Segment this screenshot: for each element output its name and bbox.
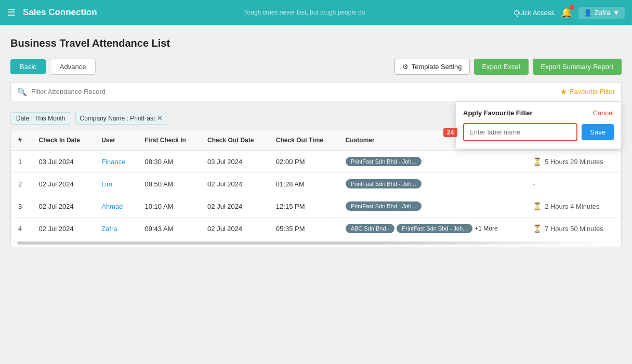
table-row: 202 Jul 2024Lim08:50 AM02 Jul 202401:28 … [11, 173, 621, 195]
cell-check-out-date: 02 Jul 2024 [200, 195, 269, 218]
search-input[interactable] [31, 88, 556, 96]
cell-check-in-date: 02 Jul 2024 [32, 173, 95, 195]
quick-access-button[interactable]: Quick Access [514, 9, 555, 17]
fav-label-input[interactable] [463, 123, 577, 141]
cell-duration: - [525, 173, 621, 195]
main-content: Business Travel Attendance List Basic Ad… [0, 25, 632, 260]
col-num: # [11, 130, 32, 151]
app-title: Sales Connection [23, 7, 97, 18]
fav-save-button[interactable]: Save [582, 124, 614, 140]
cell-duration: ⏳5 Hours 29 Minutes [525, 151, 621, 173]
user-menu-button[interactable]: 👤 Zafra ▼ [578, 7, 625, 19]
gear-icon: ⚙ [402, 63, 409, 71]
template-setting-label: Template Setting [412, 63, 462, 71]
cell-customers: ABC Sdn Bhd -PrintFast Sdn Bhd - Joh...+… [338, 218, 525, 240]
bell-container: 🔔 [561, 7, 572, 18]
cell-user[interactable]: Finance [94, 151, 137, 173]
customer-badge[interactable]: PrintFast Sdn Bhd - Joh... [346, 179, 422, 188]
cell-user[interactable]: Ahmad [94, 195, 137, 218]
toolbar: Basic Advance ⚙ Template Setting Export … [10, 59, 622, 75]
cell-first-check-in: 08:50 AM [138, 173, 201, 195]
cell-num: 1 [11, 151, 32, 173]
nav-right: Quick Access 🔔 👤 Zafra ▼ [514, 7, 625, 19]
fav-popup-title: Apply Favourite Filter [463, 109, 533, 117]
fav-filter-popup: Apply Favourite Filter Cancel 24 Save [455, 101, 622, 149]
fav-popup-cancel-button[interactable]: Cancel [593, 109, 614, 117]
tab-advance[interactable]: Advance [50, 59, 96, 75]
company-filter-label: Company Name : PrintFast [80, 115, 155, 122]
col-check-in-date: Check In Date [32, 130, 95, 151]
cell-check-out-time: 05:35 PM [269, 218, 338, 240]
template-setting-button[interactable]: ⚙ Template Setting [394, 59, 470, 75]
scroll-hint [17, 241, 615, 245]
search-icon: 🔍 [17, 87, 27, 97]
fav-input-row: 24 Save [463, 123, 614, 141]
clock-icon: ⏳ [533, 224, 542, 233]
customer-badge[interactable]: ABC Sdn Bhd - [346, 224, 395, 233]
cell-check-out-time: 02:00 PM [269, 151, 338, 173]
user-name: Zafra [595, 9, 610, 17]
user-icon: 👤 [584, 9, 592, 17]
cell-user[interactable]: Zafra [94, 218, 137, 240]
clock-icon: ⏳ [533, 202, 542, 210]
cell-customers: PrintFast Sdn Bhd - Joh... [338, 173, 525, 195]
col-check-out-time: Check Out Time [269, 130, 338, 151]
fav-popup-header: Apply Favourite Filter Cancel [463, 109, 614, 117]
cell-first-check-in: 10:10 AM [138, 195, 201, 218]
table-row: 302 Jul 2024Ahmad10:10 AM02 Jul 202412:1… [11, 195, 621, 218]
date-filter-tag[interactable]: Date : This Month [10, 112, 71, 125]
hamburger-icon[interactable]: ☰ [7, 7, 16, 18]
search-bar: 🔍 ★ Favourite Filter [10, 82, 622, 101]
table-row: 103 Jul 2024Finance08:30 AM03 Jul 202402… [11, 151, 621, 173]
cell-first-check-in: 08:30 AM [138, 151, 201, 173]
cell-customers: PrintFast Sdn Bhd - Joh... [338, 195, 525, 218]
cell-check-out-date: 02 Jul 2024 [200, 218, 269, 240]
tab-basic[interactable]: Basic [10, 59, 46, 74]
fav-badge: 24 [443, 128, 457, 137]
export-excel-button[interactable]: Export Excel [474, 59, 529, 75]
cell-check-out-date: 03 Jul 2024 [200, 151, 269, 173]
cell-num: 3 [11, 195, 32, 218]
cell-check-out-date: 02 Jul 2024 [200, 173, 269, 195]
cell-duration: ⏳2 Hours 4 Minutes [525, 195, 621, 218]
favourite-filter-button[interactable]: ★ Favourite Filter [560, 87, 615, 97]
chevron-down-icon: ▼ [613, 9, 620, 17]
fav-filter-label: Favourite Filter [570, 88, 615, 96]
table-row: 402 Jul 2024Zafra09:43 AM02 Jul 202405:3… [11, 218, 621, 240]
page-title: Business Travel Attendance List [10, 37, 622, 49]
cell-duration: ⏳7 Hours 50 Minutes [525, 218, 621, 240]
customer-badge[interactable]: PrintFast Sdn Bhd - Joh... [346, 201, 422, 211]
star-icon: ★ [560, 87, 567, 97]
cell-first-check-in: 09:43 AM [138, 218, 201, 240]
top-navbar: ☰ Sales Connection Tough times never las… [0, 0, 632, 25]
cell-check-out-time: 12:15 PM [269, 195, 338, 218]
cell-check-in-date: 02 Jul 2024 [32, 195, 95, 218]
col-check-out-date: Check Out Date [200, 130, 269, 151]
fav-input-wrapper: 24 [463, 123, 577, 141]
col-first-check-in: First Check In [138, 130, 201, 151]
cell-num: 2 [11, 173, 32, 195]
bell-badge [569, 5, 574, 10]
toolbar-right: ⚙ Template Setting Export Excel Export S… [394, 59, 622, 75]
filter-row-container: Date : This Month Company Name : PrintFa… [10, 106, 622, 130]
customer-badge[interactable]: PrintFast Sdn Bhd - Joh... [346, 157, 422, 166]
cell-num: 4 [11, 218, 32, 240]
company-filter-tag[interactable]: Company Name : PrintFast ✕ [75, 112, 168, 125]
customer-badge[interactable]: PrintFast Sdn Bhd - Joh... [397, 224, 472, 233]
remove-company-filter-icon[interactable]: ✕ [157, 114, 163, 122]
cell-check-in-date: 02 Jul 2024 [32, 218, 95, 240]
col-user: User [94, 130, 137, 151]
cell-customers: PrintFast Sdn Bhd - Joh... [338, 151, 525, 173]
more-badge[interactable]: +1 More [475, 225, 497, 232]
clock-icon: ⏳ [533, 157, 542, 166]
cell-check-in-date: 03 Jul 2024 [32, 151, 95, 173]
export-summary-button[interactable]: Export Summary Report [533, 59, 622, 75]
cell-check-out-time: 01:28 AM [269, 173, 338, 195]
app-tagline: Tough times never last, but tough people… [104, 9, 507, 16]
cell-user[interactable]: Lim [94, 173, 137, 195]
